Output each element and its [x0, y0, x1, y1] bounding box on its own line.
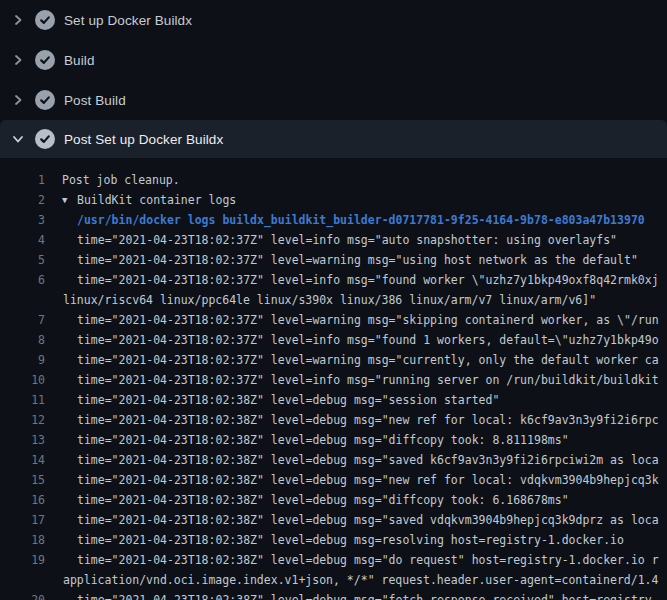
log-line: 1 Post job cleanup.: [0, 170, 667, 190]
log-line-text: time="2021-04-23T18:02:38Z" level=debug …: [77, 410, 667, 430]
log-line: 9 time="2021-04-23T18:02:37Z" level=warn…: [0, 350, 667, 370]
log-line: 4 time="2021-04-23T18:02:37Z" level=info…: [0, 230, 667, 250]
group-collapse-triangle-icon: ▼: [62, 190, 77, 210]
log-line: 7 time="2021-04-23T18:02:37Z" level=warn…: [0, 310, 667, 330]
log-line: 12 time="2021-04-23T18:02:38Z" level=deb…: [0, 410, 667, 430]
log-line-number[interactable]: 15: [0, 470, 45, 490]
log-line-number[interactable]: 18: [0, 530, 45, 550]
log-line-number[interactable]: 5: [0, 250, 45, 270]
log-line-number[interactable]: 7: [0, 310, 45, 330]
log-line: 16 time="2021-04-23T18:02:38Z" level=deb…: [0, 490, 667, 510]
log-line-text: time="2021-04-23T18:02:37Z" level=info m…: [77, 270, 667, 290]
log-line-number[interactable]: 3: [0, 210, 45, 230]
log-line: 19 time="2021-04-23T18:02:38Z" level=deb…: [0, 550, 667, 570]
step-row-post-build[interactable]: Post Build: [0, 80, 667, 120]
log-line-text: time="2021-04-23T18:02:38Z" level=debug …: [77, 510, 667, 530]
log-line-text: time="2021-04-23T18:02:37Z" level=warnin…: [77, 350, 667, 370]
step-label: Build: [64, 53, 95, 68]
log-line-number: [0, 290, 45, 310]
log-line-text: time="2021-04-23T18:02:38Z" level=debug …: [77, 490, 667, 510]
log-line-text: linux/riscv64 linux/ppc64le linux/s390x …: [63, 290, 667, 310]
log-line-number[interactable]: 6: [0, 270, 45, 290]
log-line-number[interactable]: 19: [0, 550, 45, 570]
log-line-text: time="2021-04-23T18:02:38Z" level=debug …: [77, 430, 667, 450]
log-line-text: time="2021-04-23T18:02:37Z" level=info m…: [77, 330, 667, 350]
step-row-build[interactable]: Build: [0, 40, 667, 80]
check-circle-icon: [35, 90, 55, 110]
check-circle-icon: [35, 10, 55, 30]
log-line: 5 time="2021-04-23T18:02:37Z" level=warn…: [0, 250, 667, 270]
log-line-text: time="2021-04-23T18:02:38Z" level=debug …: [77, 450, 667, 470]
log-line: 17 time="2021-04-23T18:02:38Z" level=deb…: [0, 510, 667, 530]
log-line-text: time="2021-04-23T18:02:38Z" level=debug …: [77, 550, 667, 570]
log-line-number[interactable]: 20: [0, 590, 45, 600]
log-line-continuation: application/vnd.oci.image.index.v1+json,…: [0, 570, 667, 590]
job-steps-list: Set up Docker Buildx Build P: [0, 0, 667, 158]
log-line-number[interactable]: 4: [0, 230, 45, 250]
log-line-number[interactable]: 17: [0, 510, 45, 530]
step-label: Post Build: [64, 93, 126, 108]
log-line-command: 3 /usr/bin/docker logs buildx_buildkit_b…: [0, 210, 667, 230]
check-circle-icon: [35, 129, 55, 149]
step-label: Set up Docker Buildx: [64, 13, 192, 28]
log-line: 11 time="2021-04-23T18:02:38Z" level=deb…: [0, 390, 667, 410]
log-line-number[interactable]: 16: [0, 490, 45, 510]
log-line-text: Post job cleanup.: [62, 170, 667, 190]
check-circle-icon: [35, 50, 55, 70]
log-line-text: time="2021-04-23T18:02:38Z" level=debug …: [77, 530, 667, 550]
log-line-number[interactable]: 11: [0, 390, 45, 410]
step-log-output: 1 Post job cleanup. 2 ▼BuildKit containe…: [0, 158, 667, 600]
log-line-text[interactable]: ▼BuildKit container logs: [62, 190, 667, 210]
log-line-text: time="2021-04-23T18:02:38Z" level=debug …: [77, 390, 667, 410]
log-line-text: time="2021-04-23T18:02:37Z" level=warnin…: [77, 310, 667, 330]
log-line: 8 time="2021-04-23T18:02:37Z" level=info…: [0, 330, 667, 350]
chevron-right-icon: [10, 92, 26, 108]
log-line: 15 time="2021-04-23T18:02:38Z" level=deb…: [0, 470, 667, 490]
step-label: Post Set up Docker Buildx: [64, 132, 223, 147]
log-line-number[interactable]: 10: [0, 370, 45, 390]
log-line-number[interactable]: 9: [0, 350, 45, 370]
log-line-text: time="2021-04-23T18:02:38Z" level=debug …: [77, 470, 667, 490]
step-row-set-up-docker-buildx[interactable]: Set up Docker Buildx: [0, 0, 667, 40]
step-row-post-set-up-docker-buildx[interactable]: Post Set up Docker Buildx: [0, 120, 667, 158]
log-line: 10 time="2021-04-23T18:02:37Z" level=inf…: [0, 370, 667, 390]
log-line-number: [0, 570, 45, 590]
log-line-number[interactable]: 8: [0, 330, 45, 350]
log-line: 13 time="2021-04-23T18:02:38Z" level=deb…: [0, 430, 667, 450]
actions-log-viewer: Set up Docker Buildx Build P: [0, 0, 667, 600]
log-line-number[interactable]: 2: [0, 190, 45, 210]
log-line: 18 time="2021-04-23T18:02:38Z" level=deb…: [0, 530, 667, 550]
log-line: 20 time="2021-04-23T18:02:38Z" level=deb…: [0, 590, 667, 600]
chevron-down-icon: [10, 131, 26, 147]
log-group-header: 2 ▼BuildKit container logs: [0, 190, 667, 210]
log-line-number[interactable]: 14: [0, 450, 45, 470]
log-line: 6 time="2021-04-23T18:02:37Z" level=info…: [0, 270, 667, 290]
log-line-text: application/vnd.oci.image.index.v1+json,…: [63, 570, 667, 590]
log-line-text: time="2021-04-23T18:02:37Z" level=info m…: [77, 370, 667, 390]
chevron-right-icon: [10, 52, 26, 68]
log-line-number[interactable]: 12: [0, 410, 45, 430]
log-line-number[interactable]: 13: [0, 430, 45, 450]
log-line-continuation: linux/riscv64 linux/ppc64le linux/s390x …: [0, 290, 667, 310]
log-line-number[interactable]: 1: [0, 170, 45, 190]
log-line-text: time="2021-04-23T18:02:37Z" level=warnin…: [77, 250, 667, 270]
log-line-text: time="2021-04-23T18:02:38Z" level=debug …: [77, 590, 667, 600]
log-line-text: time="2021-04-23T18:02:37Z" level=info m…: [77, 230, 667, 250]
log-line: 14 time="2021-04-23T18:02:38Z" level=deb…: [0, 450, 667, 470]
chevron-right-icon: [10, 12, 26, 28]
log-line-text: /usr/bin/docker logs buildx_buildkit_bui…: [77, 210, 667, 230]
